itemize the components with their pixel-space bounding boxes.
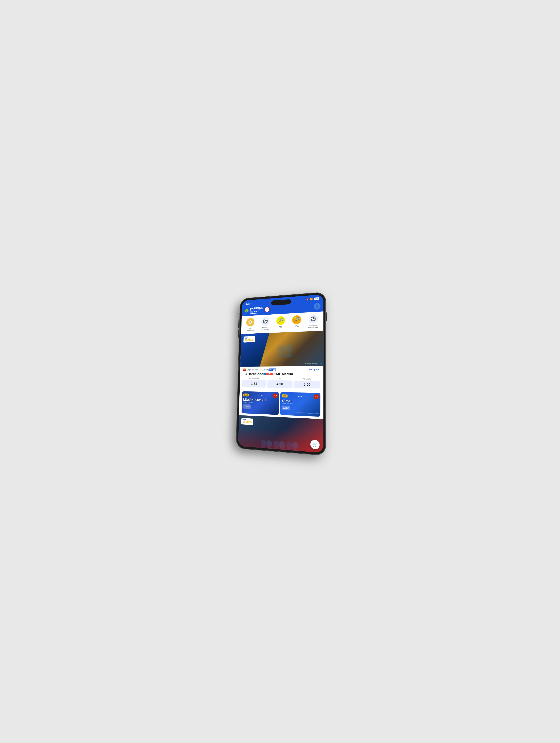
mute-icon: 🔇	[307, 298, 309, 301]
lewandowski-odds[interactable]: 2,05*	[243, 404, 251, 409]
atm-badge-lew: ATM	[273, 393, 278, 398]
status-time: 12:33	[246, 302, 252, 305]
odds-home-button[interactable]: 1,64	[242, 380, 266, 388]
atletico-badge: 🔴⚪	[271, 372, 275, 376]
user-avatar-button[interactable]: 👤	[314, 303, 321, 310]
yamal-card-header: BAR 21:30 ATM	[280, 392, 321, 400]
atp-icon: 🎾	[276, 316, 285, 325]
barcelona-badge: 🔵🔴	[264, 372, 268, 376]
nav-pill-atp[interactable]: 🎾 ATP	[273, 316, 289, 330]
odds-home: FC Barcelone 1,64	[242, 378, 266, 388]
match-title: FC Barcelone 🔵🔴 - 🔴⚪ Atl. Madrid	[242, 372, 320, 376]
age-badge: 🚫 18+	[265, 307, 270, 312]
top-foot-icon: ⚽	[261, 317, 270, 326]
phone-wrapper: 12:33 🔇 📶 66% ☘️ PARIONS SPORT	[236, 292, 326, 456]
odds-away-label: Atl. Madrid	[294, 378, 320, 380]
player-number: LAMINE YAMAL 19	[304, 362, 321, 364]
odds-draw-label: N	[268, 378, 293, 380]
age-label: 18+	[266, 309, 268, 311]
match-card: Copa del Rey À 21h30 PS ▶ TV +297 paris …	[240, 366, 323, 391]
bar-label-yam: BAR	[283, 395, 287, 397]
match-meta: Copa del Rey À 21h30 PS ▶ TV +297 paris …	[243, 368, 321, 371]
time-lew: 21:30	[258, 394, 263, 396]
odds-draw-button[interactable]: 4,20	[267, 380, 293, 388]
logo-area: ☘️ PARIONS SPORT 🚫 18+	[244, 306, 270, 314]
players-silhouette: 👥	[276, 341, 293, 357]
match-time-display: À 21h30	[260, 368, 268, 371]
tv-label: TV	[273, 369, 276, 371]
spain-flag	[243, 369, 246, 371]
odds-draw: N 4,20	[267, 378, 293, 388]
nav-pill-wta[interactable]: 🎾 WTA	[288, 315, 305, 330]
basket-icon: 🛒	[313, 442, 318, 447]
atm-badge-yam: ATM	[314, 394, 319, 399]
bar-badge-lew: BAR	[243, 394, 248, 396]
atm-label-yam: ATM	[315, 396, 318, 398]
competition-name: Copa del Rey	[247, 368, 258, 371]
cotes-boostees-icon: 🧭	[246, 318, 254, 326]
away-team-name: Atl. Madrid	[276, 372, 293, 376]
battery-level: 66%	[314, 297, 319, 300]
side-button-volume-up	[238, 320, 239, 328]
top-cotes-banner-1: 👥 LAMINE YAMAL 19 TOP COTES	[240, 331, 323, 366]
match-meta-left: Copa del Rey À 21h30 PS ▶ TV	[243, 368, 276, 371]
cotes-boostees-label: CotesBoostées	[247, 327, 253, 331]
more-paris-text: +297 paris	[309, 368, 319, 371]
coupe-france-label: Coupe deFrance FFF	[308, 324, 318, 329]
odds-away: Atl. Madrid 5,00	[294, 378, 320, 389]
top-foot-label: Top FootEuropéen	[262, 326, 269, 331]
bar-badge-yam: BAR	[282, 394, 288, 397]
logo-sport: SPORT	[250, 309, 260, 314]
wifi-icon: 📶	[310, 298, 313, 300]
yamal-odds[interactable]: 3,85*	[282, 405, 290, 410]
logo-text: PARIONS SPORT	[250, 306, 264, 314]
arrow-icon: ▶	[272, 369, 273, 370]
logo-parions: PARIONS	[250, 306, 263, 310]
ps-tv-badge: PS ▶ TV	[269, 368, 276, 371]
chevron-right-icon: ›	[320, 368, 320, 371]
side-button-right	[326, 312, 327, 321]
player-cards-container: BAR 21:30 ATM LEWANDOWSKI Buteur · 90 Mi…	[239, 389, 323, 419]
odds-row: FC Barcelone 1,64 N 4,20 Atl. Madrid 5,0…	[242, 378, 320, 389]
odds-away-button[interactable]: 5,00	[294, 380, 320, 388]
time-yam: 21:30	[298, 395, 303, 397]
odds-disclaimer: * Les cotes sont susceptibles d'évoluer	[280, 410, 320, 414]
odds-home-label: FC Barcelone	[242, 378, 266, 380]
coupe-france-icon: ⚽	[309, 314, 318, 323]
phone-body: 12:33 🔇 📶 66% ☘️ PARIONS SPORT	[236, 292, 326, 456]
side-button-volume-down	[238, 330, 239, 338]
wta-label: WTA	[295, 325, 299, 327]
top-cotes-badge-2-bottom: COTES	[243, 421, 252, 424]
bar-label-lew: BAR	[244, 394, 248, 396]
top-cotes-badge-2: TOP COTES	[241, 418, 253, 425]
top-cotes-badge-1: TOP COTES	[243, 336, 255, 342]
clover-icon: ☘️	[244, 308, 249, 313]
phone-screen: 12:33 🔇 📶 66% ☘️ PARIONS SPORT	[238, 294, 323, 453]
nav-pill-coupe-france[interactable]: ⚽ Coupe deFrance FFF	[305, 314, 322, 329]
status-icons: 🔇 📶 66%	[307, 297, 319, 301]
lewandowski-card-header: BAR 21:30 ATM	[242, 391, 279, 399]
ps-label: PS	[270, 369, 271, 370]
atm-label-lew: ATM	[273, 395, 277, 397]
side-button-mute	[239, 313, 239, 317]
top-cotes-badge-bottom: COTES	[245, 339, 253, 342]
bottom-banner: 👥👥👥 TOP COTES 🛒	[238, 415, 323, 453]
more-paris-link[interactable]: +297 paris ›	[309, 368, 320, 371]
yamal-card[interactable]: BAR 21:30 ATM YAMAL Buteur · 90 Mins 3,8…	[280, 392, 320, 417]
lewandowski-card[interactable]: BAR 21:30 ATM LEWANDOWSKI Buteur · 90 Mi…	[241, 391, 279, 415]
atp-label: ATP	[279, 326, 282, 328]
wta-icon: 🎾	[292, 315, 301, 324]
home-team-name: FC Barcelone	[242, 372, 263, 376]
nav-pill-top-foot[interactable]: ⚽ Top FootEuropéen	[258, 317, 273, 331]
user-icon: 👤	[315, 304, 319, 308]
nav-pill-cotes-boostees[interactable]: 🧭 CotesBoostées	[243, 317, 258, 332]
